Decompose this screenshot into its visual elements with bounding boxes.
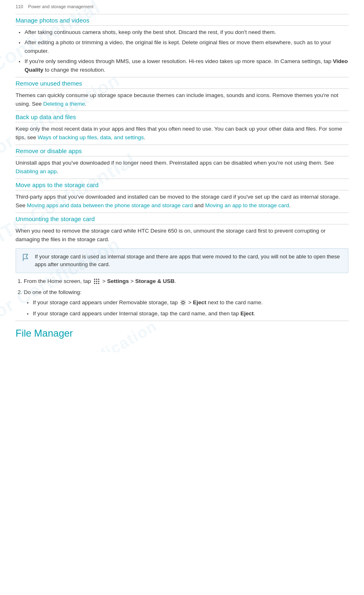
step-2-unmounting: Do one of the following: If your storage… [24, 288, 348, 318]
note-flag-icon [22, 253, 31, 262]
heading-move-apps: Move apps to the storage card [16, 181, 348, 188]
section-move-apps: Move apps to the storage card Third-part… [16, 179, 348, 210]
link-deleting-theme[interactable]: Deleting a theme [43, 101, 85, 107]
svg-point-8 [98, 283, 99, 284]
svg-point-4 [96, 281, 97, 282]
section-unmounting: Unmounting the storage card When you nee… [16, 213, 348, 318]
svg-point-5 [98, 281, 99, 282]
note-text-unmounting: If your storage card is used as internal… [35, 253, 342, 269]
bullet-manage-photos-2: After editing a photo or trimming a vide… [16, 38, 348, 56]
divider-under-back-up [16, 122, 348, 122]
link-disabling-app[interactable]: Disabling an app [16, 168, 57, 174]
svg-point-9 [182, 301, 184, 304]
sub-bullet-internal: If your storage card appears under Inter… [24, 310, 348, 318]
heading-unmounting: Unmounting the storage card [16, 215, 348, 222]
sub-bullets-unmounting: If your storage card appears under Remov… [24, 299, 348, 318]
page-title: Power and storage management [28, 4, 94, 9]
gear-icon [180, 299, 186, 306]
body-back-up: Keep only the most recent data in your a… [16, 125, 348, 142]
page-header: 110 Power and storage management [16, 4, 348, 11]
bold-settings: Settings [107, 278, 129, 284]
svg-point-2 [98, 279, 99, 280]
divider-under-unmounting [16, 224, 348, 224]
section-manage-photos: Manage photos and videos After taking co… [16, 14, 348, 75]
step-1-unmounting: From the Home screen, tap [24, 277, 348, 286]
body-move-apps: Third-party apps that you've downloaded … [16, 193, 348, 210]
svg-point-0 [94, 279, 95, 280]
section-file-manager: File Manager [16, 321, 348, 339]
steps-list-unmounting: From the Home screen, tap [16, 277, 348, 318]
page-number: 110 [16, 4, 23, 9]
divider-move-apps [16, 179, 348, 179]
divider-file-manager [16, 321, 348, 321]
divider-back-up [16, 111, 348, 111]
section-remove-themes: Remove unused themes Themes can quickly … [16, 77, 348, 109]
svg-point-7 [96, 283, 97, 284]
svg-point-6 [94, 283, 95, 284]
section-back-up: Back up data and files Keep only the mos… [16, 111, 348, 142]
bold-video-quality: Video Quality [25, 58, 348, 73]
note-box-unmounting: If your storage card is used as internal… [16, 248, 348, 273]
divider-unmounting [16, 213, 348, 213]
bold-eject-1: Eject [193, 299, 206, 305]
section-remove-disable: Remove or disable apps Uninstall apps th… [16, 145, 348, 176]
heading-manage-photos: Manage photos and videos [16, 17, 348, 24]
svg-point-3 [94, 281, 95, 282]
sub-bullet-removable: If your storage card appears under Remov… [24, 299, 348, 307]
bullets-manage-photos: After taking continuous camera shots, ke… [16, 28, 348, 75]
bold-storage-usb: Storage & USB [135, 278, 174, 284]
link-moving-app[interactable]: Moving an app to the storage card [205, 202, 289, 208]
svg-point-1 [96, 279, 97, 280]
divider-under-manage-photos [16, 25, 348, 26]
link-ways-backing-up[interactable]: Ways of backing up files, data, and sett… [38, 134, 144, 140]
bullet-manage-photos-3: If you're only sending videos through MM… [16, 57, 348, 75]
body-remove-themes: Themes can quickly consume up storage sp… [16, 91, 348, 109]
heading-file-manager: File Manager [16, 328, 348, 339]
page-container: Confidential For Certification HTC Confi… [0, 0, 364, 352]
divider-remove-themes [16, 77, 348, 77]
body-unmounting: When you need to remove the storage card… [16, 227, 348, 244]
body-remove-disable: Uninstall apps that you've downloaded if… [16, 159, 348, 176]
divider-under-remove-disable [16, 156, 348, 156]
divider-manage-photos [16, 14, 348, 14]
divider-remove-disable [16, 145, 348, 145]
bullet-manage-photos-1: After taking continuous camera shots, ke… [16, 28, 348, 37]
bold-eject-2: Eject [240, 310, 253, 317]
heading-remove-themes: Remove unused themes [16, 80, 348, 87]
divider-under-move-apps [16, 190, 348, 190]
grid-icon [93, 278, 100, 285]
heading-remove-disable: Remove or disable apps [16, 147, 348, 154]
link-moving-apps-data[interactable]: Moving apps and data between the phone s… [27, 202, 193, 208]
heading-back-up: Back up data and files [16, 113, 348, 120]
divider-under-remove-themes [16, 88, 348, 89]
body-remove-themes-end: . [85, 101, 87, 107]
